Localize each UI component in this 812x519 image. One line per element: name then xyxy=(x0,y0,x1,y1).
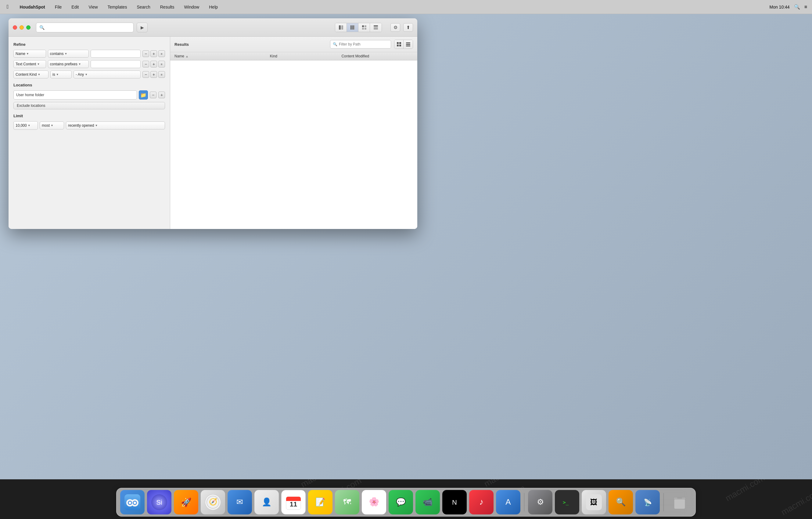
column-modified[interactable]: Content Modified xyxy=(341,54,413,58)
limit-mode-selector[interactable]: most ▼ xyxy=(40,121,64,130)
spotlight-icon[interactable]: 🔍 xyxy=(794,4,800,10)
add-kind-criteria-button[interactable]: + xyxy=(150,71,157,78)
remove-kind-criteria-button[interactable]: − xyxy=(142,71,149,78)
criteria-options-button[interactable]: ≡ xyxy=(158,50,165,57)
dock-item-trash[interactable] xyxy=(667,490,692,514)
layout-btn-4[interactable] xyxy=(370,23,382,32)
close-button[interactable] xyxy=(13,25,17,30)
layout-btn-2[interactable] xyxy=(347,23,358,32)
value-input-text[interactable] xyxy=(91,60,141,68)
limit-number-value: 10,000 xyxy=(16,124,27,128)
layout-btn-1[interactable] xyxy=(335,23,347,32)
dock-item-photos[interactable]: 🌸 xyxy=(362,490,386,514)
dock-item-news[interactable]: N xyxy=(442,490,467,514)
location-picker-button[interactable]: 📁 xyxy=(139,90,148,100)
search-input[interactable] xyxy=(46,25,130,30)
dock-item-contacts[interactable]: 👤 xyxy=(254,490,279,514)
svg-text:📝: 📝 xyxy=(315,497,325,507)
condition-selector-name[interactable]: contains ▼ xyxy=(48,50,89,58)
svg-text:👤: 👤 xyxy=(262,497,272,507)
svg-rect-2 xyxy=(350,25,352,30)
kind-criteria-options-button[interactable]: ≡ xyxy=(158,71,165,78)
remove-criteria-button[interactable]: − xyxy=(142,50,149,57)
filter-path-box[interactable]: 🔍 xyxy=(330,40,391,49)
limit-mode-value: most xyxy=(42,124,50,128)
field-selector-kind[interactable]: Content Kind ▼ xyxy=(13,71,49,79)
dock-item-mail[interactable]: ✉ xyxy=(228,490,252,514)
grid-view-button[interactable] xyxy=(395,40,404,49)
add-criteria-button[interactable]: + xyxy=(150,50,157,57)
app-name[interactable]: HoudahSpot xyxy=(18,4,47,10)
text-criteria-options-button[interactable]: ≡ xyxy=(158,61,165,67)
svg-rect-3 xyxy=(352,25,353,30)
menu-results[interactable]: Results xyxy=(158,4,176,10)
criteria-row-kind: Content Kind ▼ is ▼ - Any ▼ − + ≡ xyxy=(13,71,165,79)
dock-item-terminal[interactable]: >_ xyxy=(555,490,579,514)
menu-templates[interactable]: Templates xyxy=(106,4,129,10)
add-text-criteria-button[interactable]: + xyxy=(150,61,157,67)
dock-item-houdah[interactable]: 🔍 xyxy=(609,490,633,514)
dock-item-calendar[interactable]: 11 xyxy=(281,490,306,514)
row-actions-name: − + ≡ xyxy=(142,50,165,57)
filter-path-input[interactable] xyxy=(339,42,388,47)
dock-item-siri[interactable]: Si xyxy=(147,490,171,514)
chevron-down-icon: ▼ xyxy=(51,124,53,127)
value-input-name[interactable] xyxy=(91,50,141,58)
svg-text:📡: 📡 xyxy=(644,498,652,507)
value-selector-kind[interactable]: - Any ▼ xyxy=(74,71,141,79)
menu-view[interactable]: View xyxy=(87,4,99,10)
criteria-row-text: Text Content ▼ contains prefixes ▼ − + ≡ xyxy=(13,60,165,68)
field-selector-text[interactable]: Text Content ▼ xyxy=(13,60,46,68)
svg-rect-7 xyxy=(362,28,364,30)
condition-selector-text[interactable]: contains prefixes ▼ xyxy=(48,60,89,68)
dock-item-maps[interactable]: 🗺 xyxy=(335,490,359,514)
add-location-button[interactable]: + xyxy=(158,91,165,98)
remove-text-criteria-button[interactable]: − xyxy=(142,61,149,67)
chevron-down-icon: ▼ xyxy=(78,62,81,66)
column-name[interactable]: Name ▲ xyxy=(174,54,270,58)
menu-file[interactable]: File xyxy=(53,4,64,10)
exclude-locations-button[interactable]: Exclude locations xyxy=(13,102,165,109)
dock-item-sysprefs[interactable]: ⚙ xyxy=(528,490,552,514)
dock-item-music[interactable]: ♪ xyxy=(469,490,494,514)
menubar-right: Mon 10:44 🔍 ≡ xyxy=(769,4,807,10)
dock-item-launchpad[interactable]: 🚀 xyxy=(174,490,198,514)
layout-btn-3[interactable] xyxy=(358,23,370,32)
list-view-button[interactable] xyxy=(404,40,413,49)
results-title: Results xyxy=(174,42,327,47)
settings-button[interactable]: ⚙ xyxy=(390,23,400,32)
dock-item-cast[interactable]: 📡 xyxy=(635,490,660,514)
dock-item-messages[interactable]: 💬 xyxy=(388,490,413,514)
menu-help[interactable]: Help xyxy=(207,4,220,10)
dock-item-safari[interactable]: 🧭 xyxy=(201,490,225,514)
dock-item-facetime[interactable]: 📹 xyxy=(415,490,440,514)
limit-criteria-selector[interactable]: recently opened ▼ xyxy=(66,121,165,130)
criteria-row-name: Name ▼ contains ▼ − + ≡ xyxy=(13,50,165,58)
remove-location-button[interactable]: − xyxy=(150,91,156,98)
row-actions-kind: − + ≡ xyxy=(142,71,165,78)
field-selector-name[interactable]: Name ▼ xyxy=(13,50,46,58)
svg-rect-8 xyxy=(365,28,366,30)
minimize-button[interactable] xyxy=(20,25,24,30)
share-icon: ⬆ xyxy=(406,25,410,30)
control-center-icon[interactable]: ≡ xyxy=(804,4,807,10)
menu-time: Mon 10:44 xyxy=(769,5,789,9)
menu-edit[interactable]: Edit xyxy=(69,4,81,10)
dock-item-notes[interactable]: 📝 xyxy=(308,490,332,514)
share-button[interactable]: ⬆ xyxy=(403,23,413,32)
refine-title: Refine xyxy=(13,42,165,47)
condition-selector-kind[interactable]: is ▼ xyxy=(50,71,72,79)
apple-menu[interactable]:  xyxy=(5,3,11,11)
maximize-button[interactable] xyxy=(26,25,30,30)
svg-rect-69 xyxy=(677,497,682,498)
dock-item-preview[interactable]: 🖼 xyxy=(582,490,606,514)
dock-item-appstore[interactable]: A xyxy=(496,490,520,514)
search-box[interactable]: 🔍 xyxy=(36,23,134,32)
chevron-down-icon: ▼ xyxy=(85,73,88,76)
limit-number-selector[interactable]: 10,000 ▼ xyxy=(13,121,38,130)
menu-search[interactable]: Search xyxy=(135,4,152,10)
run-button[interactable]: ▶ xyxy=(137,23,148,32)
column-kind[interactable]: Kind xyxy=(270,54,342,58)
menu-window[interactable]: Window xyxy=(182,4,201,10)
dock-item-finder[interactable] xyxy=(120,490,145,514)
